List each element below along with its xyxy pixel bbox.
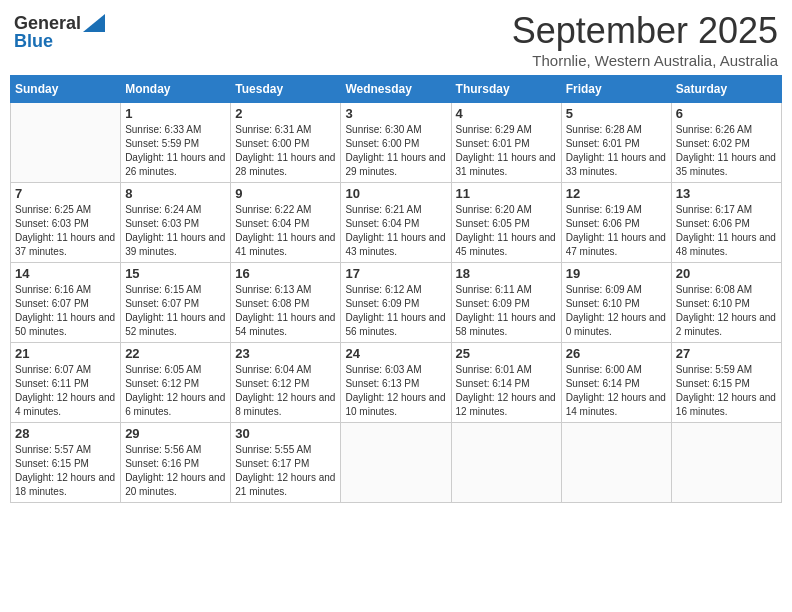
header-friday: Friday xyxy=(561,76,671,103)
day-number: 3 xyxy=(345,106,446,121)
month-title: September 2025 xyxy=(512,10,778,52)
day-number: 22 xyxy=(125,346,226,361)
table-row xyxy=(341,423,451,503)
day-info: Sunrise: 6:15 AMSunset: 6:07 PMDaylight:… xyxy=(125,283,226,339)
day-info: Sunrise: 6:19 AMSunset: 6:06 PMDaylight:… xyxy=(566,203,667,259)
day-number: 21 xyxy=(15,346,116,361)
day-info: Sunrise: 6:31 AMSunset: 6:00 PMDaylight:… xyxy=(235,123,336,179)
table-row: 11 Sunrise: 6:20 AMSunset: 6:05 PMDaylig… xyxy=(451,183,561,263)
day-info: Sunrise: 6:05 AMSunset: 6:12 PMDaylight:… xyxy=(125,363,226,419)
day-info: Sunrise: 6:04 AMSunset: 6:12 PMDaylight:… xyxy=(235,363,336,419)
day-info: Sunrise: 5:56 AMSunset: 6:16 PMDaylight:… xyxy=(125,443,226,499)
logo-blue-text: Blue xyxy=(14,32,53,50)
header-saturday: Saturday xyxy=(671,76,781,103)
table-row: 26 Sunrise: 6:00 AMSunset: 6:14 PMDaylig… xyxy=(561,343,671,423)
day-number: 19 xyxy=(566,266,667,281)
day-info: Sunrise: 6:21 AMSunset: 6:04 PMDaylight:… xyxy=(345,203,446,259)
table-row xyxy=(451,423,561,503)
table-row: 14 Sunrise: 6:16 AMSunset: 6:07 PMDaylig… xyxy=(11,263,121,343)
day-number: 30 xyxy=(235,426,336,441)
day-info: Sunrise: 6:11 AMSunset: 6:09 PMDaylight:… xyxy=(456,283,557,339)
day-number: 11 xyxy=(456,186,557,201)
day-number: 1 xyxy=(125,106,226,121)
table-row: 8 Sunrise: 6:24 AMSunset: 6:03 PMDayligh… xyxy=(121,183,231,263)
day-number: 23 xyxy=(235,346,336,361)
table-row: 16 Sunrise: 6:13 AMSunset: 6:08 PMDaylig… xyxy=(231,263,341,343)
header-thursday: Thursday xyxy=(451,76,561,103)
table-row: 10 Sunrise: 6:21 AMSunset: 6:04 PMDaylig… xyxy=(341,183,451,263)
table-row: 7 Sunrise: 6:25 AMSunset: 6:03 PMDayligh… xyxy=(11,183,121,263)
table-row: 24 Sunrise: 6:03 AMSunset: 6:13 PMDaylig… xyxy=(341,343,451,423)
day-number: 25 xyxy=(456,346,557,361)
table-row: 5 Sunrise: 6:28 AMSunset: 6:01 PMDayligh… xyxy=(561,103,671,183)
day-info: Sunrise: 6:07 AMSunset: 6:11 PMDaylight:… xyxy=(15,363,116,419)
header-wednesday: Wednesday xyxy=(341,76,451,103)
day-number: 8 xyxy=(125,186,226,201)
table-row: 4 Sunrise: 6:29 AMSunset: 6:01 PMDayligh… xyxy=(451,103,561,183)
day-info: Sunrise: 6:22 AMSunset: 6:04 PMDaylight:… xyxy=(235,203,336,259)
day-info: Sunrise: 6:09 AMSunset: 6:10 PMDaylight:… xyxy=(566,283,667,339)
day-number: 13 xyxy=(676,186,777,201)
table-row xyxy=(11,103,121,183)
day-info: Sunrise: 6:01 AMSunset: 6:14 PMDaylight:… xyxy=(456,363,557,419)
table-row: 13 Sunrise: 6:17 AMSunset: 6:06 PMDaylig… xyxy=(671,183,781,263)
table-row: 21 Sunrise: 6:07 AMSunset: 6:11 PMDaylig… xyxy=(11,343,121,423)
calendar-table: Sunday Monday Tuesday Wednesday Thursday… xyxy=(10,75,782,503)
day-info: Sunrise: 6:00 AMSunset: 6:14 PMDaylight:… xyxy=(566,363,667,419)
table-row: 12 Sunrise: 6:19 AMSunset: 6:06 PMDaylig… xyxy=(561,183,671,263)
day-info: Sunrise: 6:30 AMSunset: 6:00 PMDaylight:… xyxy=(345,123,446,179)
table-row: 23 Sunrise: 6:04 AMSunset: 6:12 PMDaylig… xyxy=(231,343,341,423)
day-number: 20 xyxy=(676,266,777,281)
day-number: 24 xyxy=(345,346,446,361)
table-row: 25 Sunrise: 6:01 AMSunset: 6:14 PMDaylig… xyxy=(451,343,561,423)
table-row: 19 Sunrise: 6:09 AMSunset: 6:10 PMDaylig… xyxy=(561,263,671,343)
day-number: 2 xyxy=(235,106,336,121)
day-info: Sunrise: 6:33 AMSunset: 5:59 PMDaylight:… xyxy=(125,123,226,179)
day-number: 27 xyxy=(676,346,777,361)
day-number: 28 xyxy=(15,426,116,441)
table-row: 15 Sunrise: 6:15 AMSunset: 6:07 PMDaylig… xyxy=(121,263,231,343)
table-row: 6 Sunrise: 6:26 AMSunset: 6:02 PMDayligh… xyxy=(671,103,781,183)
table-row: 27 Sunrise: 5:59 AMSunset: 6:15 PMDaylig… xyxy=(671,343,781,423)
table-row xyxy=(561,423,671,503)
day-info: Sunrise: 6:03 AMSunset: 6:13 PMDaylight:… xyxy=(345,363,446,419)
day-number: 16 xyxy=(235,266,336,281)
day-number: 17 xyxy=(345,266,446,281)
day-info: Sunrise: 6:26 AMSunset: 6:02 PMDaylight:… xyxy=(676,123,777,179)
table-row: 20 Sunrise: 6:08 AMSunset: 6:10 PMDaylig… xyxy=(671,263,781,343)
table-row: 18 Sunrise: 6:11 AMSunset: 6:09 PMDaylig… xyxy=(451,263,561,343)
day-number: 5 xyxy=(566,106,667,121)
table-row: 22 Sunrise: 6:05 AMSunset: 6:12 PMDaylig… xyxy=(121,343,231,423)
day-info: Sunrise: 5:57 AMSunset: 6:15 PMDaylight:… xyxy=(15,443,116,499)
table-row: 17 Sunrise: 6:12 AMSunset: 6:09 PMDaylig… xyxy=(341,263,451,343)
table-row: 28 Sunrise: 5:57 AMSunset: 6:15 PMDaylig… xyxy=(11,423,121,503)
table-row: 1 Sunrise: 6:33 AMSunset: 5:59 PMDayligh… xyxy=(121,103,231,183)
day-number: 6 xyxy=(676,106,777,121)
table-row: 30 Sunrise: 5:55 AMSunset: 6:17 PMDaylig… xyxy=(231,423,341,503)
day-number: 18 xyxy=(456,266,557,281)
day-number: 29 xyxy=(125,426,226,441)
location-subtitle: Thornlie, Western Australia, Australia xyxy=(512,52,778,69)
day-info: Sunrise: 5:59 AMSunset: 6:15 PMDaylight:… xyxy=(676,363,777,419)
title-block: September 2025 Thornlie, Western Austral… xyxy=(512,10,778,69)
calendar-header-row: Sunday Monday Tuesday Wednesday Thursday… xyxy=(11,76,782,103)
day-number: 12 xyxy=(566,186,667,201)
header-monday: Monday xyxy=(121,76,231,103)
table-row: 2 Sunrise: 6:31 AMSunset: 6:00 PMDayligh… xyxy=(231,103,341,183)
logo: General Blue xyxy=(14,14,105,50)
day-number: 15 xyxy=(125,266,226,281)
header-sunday: Sunday xyxy=(11,76,121,103)
table-row: 3 Sunrise: 6:30 AMSunset: 6:00 PMDayligh… xyxy=(341,103,451,183)
day-info: Sunrise: 6:17 AMSunset: 6:06 PMDaylight:… xyxy=(676,203,777,259)
day-info: Sunrise: 6:12 AMSunset: 6:09 PMDaylight:… xyxy=(345,283,446,339)
day-info: Sunrise: 6:08 AMSunset: 6:10 PMDaylight:… xyxy=(676,283,777,339)
day-number: 14 xyxy=(15,266,116,281)
logo-icon xyxy=(83,14,105,32)
day-info: Sunrise: 6:29 AMSunset: 6:01 PMDaylight:… xyxy=(456,123,557,179)
day-number: 4 xyxy=(456,106,557,121)
svg-marker-0 xyxy=(83,14,105,32)
day-number: 7 xyxy=(15,186,116,201)
header-tuesday: Tuesday xyxy=(231,76,341,103)
day-info: Sunrise: 6:13 AMSunset: 6:08 PMDaylight:… xyxy=(235,283,336,339)
logo-general-text: General xyxy=(14,14,81,32)
